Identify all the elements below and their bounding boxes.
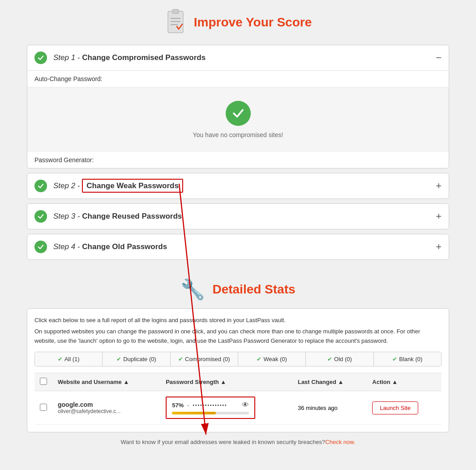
step-4-header[interactable]: Step 4 - Change Old Passwords +	[27, 234, 449, 259]
step-1-check-icon	[34, 52, 47, 64]
launch-site-button[interactable]: Launch Site	[372, 401, 418, 414]
tab-check-blank: ✔	[392, 356, 397, 362]
col-checkbox	[34, 373, 52, 391]
tools-icon: 🔧	[180, 278, 205, 301]
step-1-header[interactable]: Step 1 - Change Compromised Passwords −	[27, 45, 449, 70]
strength-cell-td: 57% - •••••••••••••• 👁	[160, 391, 292, 425]
filter-tab-blank-label: Blank (0)	[399, 356, 422, 362]
no-compromised-area: You have no compromised sites!	[27, 87, 449, 152]
filter-tab-weak[interactable]: ✔ Weak (0)	[238, 352, 306, 366]
no-compromised-text: You have no compromised sites!	[193, 131, 283, 138]
action-cell: Launch Site	[367, 391, 442, 425]
filter-tab-compromised-label: Compromised (0)	[185, 356, 230, 362]
tab-check-compromised: ✔	[178, 356, 183, 362]
stats-description: Click each below to see a full report of…	[34, 316, 442, 345]
col-site[interactable]: Website and Username ▲	[52, 373, 160, 391]
step-2-toggle[interactable]: +	[436, 180, 442, 192]
step-1-label: Step 1 - Change Compromised Passwords	[53, 53, 206, 62]
strength-dash: -	[187, 402, 189, 409]
filter-tab-all[interactable]: ✔ All (1)	[35, 352, 103, 366]
table-row: google.com oliver@safetydetective.c... 5…	[34, 391, 442, 425]
select-all-checkbox[interactable]	[40, 378, 47, 385]
filter-tab-blank[interactable]: ✔ Blank (0)	[374, 352, 441, 366]
step-3-header-content: Step 3 - Change Reused Passwords	[34, 210, 436, 223]
filter-tab-weak-label: Weak (0)	[263, 356, 287, 362]
password-table: Website and Username ▲ Password Strength…	[34, 373, 442, 425]
step-2-label: Step 2 - Change Weak Passwords	[53, 181, 183, 190]
strength-row: 57% - •••••••••••••• 👁	[172, 401, 249, 409]
filter-tab-old[interactable]: ✔ Old (0)	[306, 352, 373, 366]
row-checkbox-cell	[34, 391, 52, 425]
tab-check-weak: ✔	[257, 356, 262, 362]
tab-check-old: ✔	[327, 356, 332, 362]
eye-icon[interactable]: 👁	[242, 401, 249, 409]
col-action[interactable]: Action ▲	[367, 373, 442, 391]
auto-change-label: Auto-Change Password:	[27, 71, 449, 87]
step-4-card: Step 4 - Change Old Passwords +	[27, 234, 449, 260]
step-4-check-icon	[34, 241, 47, 253]
step-4-label: Step 4 - Change Old Passwords	[53, 242, 167, 251]
strength-bar-fill	[172, 412, 216, 414]
password-generator-label: Password Generator:	[27, 152, 449, 168]
page-header: Improve Your Score	[27, 4, 449, 45]
main-container: Step 1 - Change Compromised Passwords − …	[27, 45, 449, 432]
site-name: google.com	[58, 401, 155, 408]
step-3-card: Step 3 - Change Reused Passwords +	[27, 203, 449, 229]
row-checkbox[interactable]	[40, 404, 47, 411]
col-strength[interactable]: Password Strength ▲	[160, 373, 292, 391]
step-3-label: Step 3 - Change Reused Passwords	[53, 212, 182, 221]
page-title: Improve Your Score	[194, 15, 312, 30]
strength-dots: ••••••••••••••	[193, 403, 239, 408]
step-3-toggle[interactable]: +	[436, 211, 442, 222]
no-compromised-check-icon	[226, 101, 251, 126]
check-now-link[interactable]: Check now.	[325, 439, 355, 445]
svg-rect-0	[168, 11, 183, 33]
step-4-toggle[interactable]: +	[436, 241, 442, 253]
site-user: oliver@safetydetective.c...	[58, 408, 155, 414]
strength-cell-wrapper: 57% - •••••••••••••• 👁	[166, 397, 255, 419]
clipboard-icon	[164, 9, 187, 36]
step-3-header[interactable]: Step 3 - Change Reused Passwords +	[27, 204, 449, 229]
step-2-header-content: Step 2 - Change Weak Passwords	[34, 180, 436, 192]
step-2-check-icon	[34, 180, 47, 192]
last-changed-cell: 36 minutes ago	[292, 391, 367, 425]
strength-percent: 57%	[172, 402, 184, 409]
detailed-stats-title: Detailed Stats	[212, 282, 295, 297]
step-1-card: Step 1 - Change Compromised Passwords − …	[27, 45, 449, 168]
step-1-header-content: Step 1 - Change Compromised Passwords	[34, 52, 436, 64]
tab-check-duplicate: ✔	[116, 356, 121, 362]
svg-rect-2	[172, 9, 179, 13]
step-4-header-content: Step 4 - Change Old Passwords	[34, 241, 436, 253]
strength-bar-bg	[172, 412, 249, 414]
filter-tab-duplicate[interactable]: ✔ Duplicate (0)	[103, 352, 170, 366]
step-3-check-icon	[34, 210, 47, 223]
step-2-header[interactable]: Step 2 - Change Weak Passwords +	[27, 173, 449, 198]
footer-note: Want to know if your email addresses wer…	[27, 431, 449, 450]
col-last-changed[interactable]: Last Changed ▲	[292, 373, 367, 391]
site-cell: google.com oliver@safetydetective.c...	[52, 391, 160, 425]
tab-check-all: ✔	[58, 356, 63, 362]
filter-tabs: ✔ All (1) ✔ Duplicate (0) ✔ Compromised …	[34, 352, 442, 367]
detailed-stats-header: 🔧 Detailed Stats	[27, 264, 449, 308]
step-1-content: Auto-Change Password: You have no compro…	[27, 71, 449, 168]
filter-tab-duplicate-label: Duplicate (0)	[123, 356, 156, 362]
filter-tab-compromised[interactable]: ✔ Compromised (0)	[171, 352, 238, 366]
stats-card: Click each below to see a full report of…	[27, 308, 449, 432]
step-2-card: Step 2 - Change Weak Passwords +	[27, 173, 449, 199]
step-1-toggle[interactable]: −	[436, 52, 442, 64]
filter-tab-all-label: All (1)	[64, 356, 80, 362]
filter-tab-old-label: Old (0)	[334, 356, 352, 362]
